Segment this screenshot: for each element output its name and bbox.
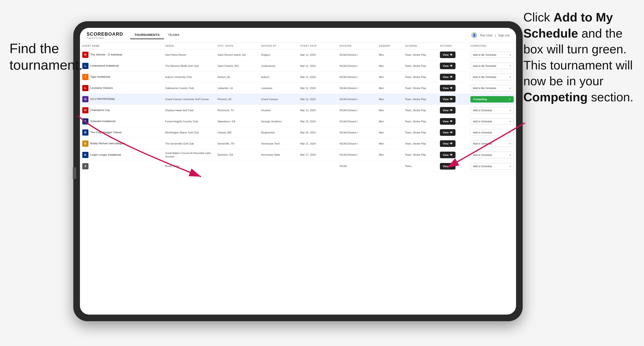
eye-icon: 👁 — [450, 120, 453, 123]
view-label: View — [443, 142, 449, 145]
table-row: G GCU INVITATIONAL Grand Canyon Universi… — [80, 94, 516, 105]
add-schedule-label: Add to Schedule — [473, 131, 492, 134]
date-cell: Mar 13, 2024 — [298, 105, 337, 116]
division-cell: NCAA — [337, 161, 376, 172]
competing-cell: Add to Schedule+ — [468, 127, 516, 138]
venue-cell: Oakbourne Country Club — [163, 83, 215, 94]
view-button[interactable]: View 👁 — [440, 74, 456, 80]
add-schedule-button[interactable]: Add to Schedule+ — [470, 107, 514, 114]
col-header-gender: GENDER — [376, 43, 403, 49]
annotation-left: Find the tournament. — [10, 40, 83, 73]
tab-tournaments[interactable]: TOURNAMENTS — [130, 31, 164, 39]
add-schedule-label: Add to Schedule — [473, 120, 492, 123]
city-cell: Richmond, TX — [215, 105, 259, 116]
eye-icon: 👁 — [450, 165, 453, 168]
team-logo: K — [82, 152, 88, 158]
sign-out-link[interactable]: Sign out — [498, 33, 510, 37]
view-button[interactable]: View 👁 — [440, 163, 456, 170]
team-logo: B — [82, 129, 88, 136]
hosted-cell: Georgia Southern — [259, 116, 298, 127]
scoring-cell: Team, Stroke Play — [403, 138, 438, 149]
division-cell: NCAA Division I — [337, 94, 376, 105]
event-name: Schenkel Invitational — [90, 120, 115, 123]
actions-cell: View 👁 — [438, 138, 468, 149]
event-name: Champions Cup — [90, 108, 110, 112]
col-header-event: EVENT NAME — [80, 43, 163, 49]
scoring-cell: Team, Stroke Play — [403, 72, 438, 83]
add-schedule-label: Add to Schedule — [473, 154, 492, 156]
table-row: K Linger Longer Invitational Great Water… — [80, 149, 516, 161]
actions-cell: View 👁 — [438, 127, 468, 138]
team-logo: R — [82, 52, 88, 58]
city-cell: Auburn, AL — [215, 72, 259, 83]
add-schedule-button[interactable]: Add to Schedule+ — [470, 163, 514, 170]
competing-cell: Add to My Schedule+ — [468, 83, 516, 94]
add-schedule-button[interactable]: Add to My Schedule+ — [470, 51, 514, 58]
city-cell: Sevierville, TN — [215, 138, 259, 149]
table-row: B Bobby Nichols Intercollegiate The Sevi… — [80, 138, 516, 149]
nav-tabs: TOURNAMENTS TEAMS — [130, 31, 184, 39]
gender-cell: Men — [376, 149, 403, 161]
division-cell: NCAA Division I — [337, 105, 376, 116]
team-logo: B — [82, 141, 88, 147]
event-name-cell: L Louisiana Classics — [80, 83, 163, 94]
event-name-cell: H Champions Cup — [80, 105, 163, 116]
add-schedule-button[interactable]: Add to Schedule+ — [470, 140, 514, 147]
user-icon: 👤 — [471, 32, 477, 38]
division-cell: NCAA Division I — [337, 49, 376, 60]
competing-cell: Add to Schedule+ — [468, 149, 516, 161]
gender-cell: Men — [376, 60, 403, 72]
hosted-cell: Grand Canyon — [259, 94, 298, 105]
event-name-cell: X — [80, 161, 163, 172]
add-schedule-label: Add to My Schedule — [473, 53, 496, 56]
date-cell: Mar 17, 2024 — [298, 149, 337, 161]
col-header-venue: VENUE — [163, 43, 215, 49]
scoring-cell: Team, Stroke Play — [403, 94, 438, 105]
view-button[interactable]: View 👁 — [440, 96, 456, 103]
view-button[interactable]: View 👁 — [440, 118, 456, 125]
actions-cell: View 👁 — [438, 116, 468, 127]
date-cell: Mar 17, 2024 — [298, 138, 337, 149]
add-schedule-button[interactable]: Add to My Schedule+ — [470, 63, 514, 69]
view-button[interactable]: View 👁 — [440, 107, 456, 114]
city-cell: Eatonton, GA — [215, 149, 259, 161]
venue-cell: Grand Canyon University Golf Course — [163, 94, 215, 105]
plus-icon: + — [510, 109, 511, 112]
view-label: View — [443, 131, 449, 134]
view-button[interactable]: View 👁 — [440, 51, 456, 58]
add-schedule-button[interactable]: Add to My Schedule+ — [470, 74, 514, 80]
venue-cell: Great Waters Course At Reynolds Lake Oco… — [163, 149, 215, 161]
event-name-cell: K Linger Longer Invitational — [80, 149, 163, 161]
city-cell — [215, 161, 259, 172]
event-name-cell: T Tiger Invitational — [80, 72, 163, 83]
tablet-screen: SCOREBOARD Powered by clippd TOURNAMENTS… — [80, 28, 516, 315]
add-schedule-button[interactable]: Add to My Schedule+ — [470, 85, 514, 91]
table-container: EVENT NAME VENUE CITY, STATE HOSTED BY S… — [80, 43, 516, 315]
date-cell: Mar 11, 2024 — [298, 60, 337, 72]
add-schedule-button[interactable]: Add to Schedule+ — [470, 118, 514, 125]
competing-button[interactable]: Competing✓ — [470, 96, 514, 103]
view-button[interactable]: View 👁 — [440, 140, 456, 147]
tab-teams[interactable]: TEAMS — [164, 31, 184, 39]
actions-cell: View 👁 — [438, 94, 468, 105]
scoring-cell: Team, Stroke Play — [403, 116, 438, 127]
division-cell: NCAA Division I — [337, 83, 376, 94]
division-cell: NCAA Division I — [337, 127, 376, 138]
hosted-cell: Houston — [259, 105, 298, 116]
gender-cell: Men — [376, 116, 403, 127]
eye-icon: 👁 — [450, 86, 453, 90]
add-schedule-label: Add to My Schedule — [473, 76, 496, 78]
view-label: View — [443, 109, 449, 112]
add-schedule-button[interactable]: Add to Schedule+ — [470, 152, 514, 158]
plus-icon: + — [510, 165, 511, 168]
team-logo: T — [82, 74, 88, 80]
venue-cell: The Sevierville Golf Club — [163, 138, 215, 149]
view-button[interactable]: View 👁 — [440, 85, 456, 91]
view-button[interactable]: View 👁 — [440, 129, 456, 136]
scoring-cell: Team, Stroke Play — [403, 149, 438, 161]
add-schedule-button[interactable]: Add to Schedule+ — [470, 129, 514, 136]
view-button[interactable]: View 👁 — [440, 63, 456, 69]
plus-icon: + — [510, 120, 511, 123]
view-button[interactable]: View 👁 — [440, 152, 456, 158]
actions-cell: View 👁 — [438, 83, 468, 94]
